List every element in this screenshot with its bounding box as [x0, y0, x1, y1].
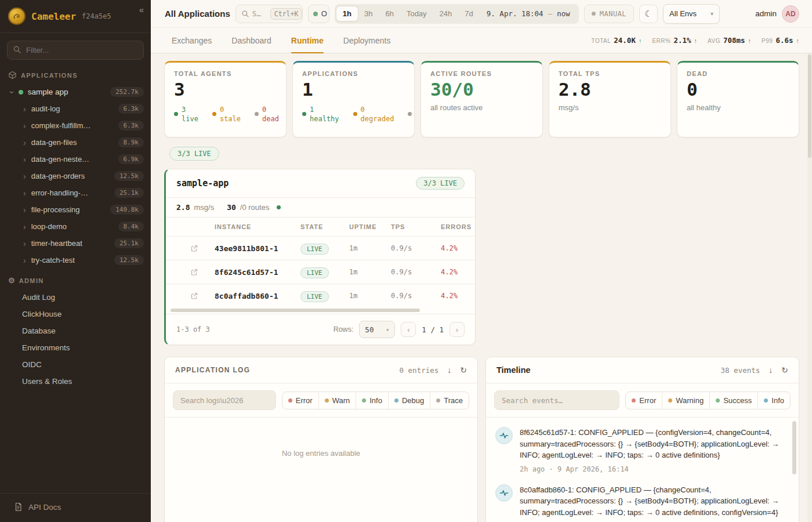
filter-info[interactable]: Info — [356, 392, 388, 409]
chevron-right-icon[interactable]: › — [23, 256, 26, 264]
range-display[interactable]: 9. Apr. 18:04 — now — [480, 9, 577, 18]
refresh-icon[interactable]: ↻ — [460, 365, 467, 375]
instance-id[interactable]: 8c0affadb860-1 — [211, 284, 297, 308]
filter-error[interactable]: Error — [282, 392, 318, 409]
chevron-right-icon[interactable]: › — [23, 155, 26, 164]
tree-item-try-catch-test[interactable]: › try-catch-test 12.5k — [0, 252, 151, 269]
tab-dashboard[interactable]: Dashboard — [231, 28, 271, 53]
external-link-icon[interactable] — [190, 292, 208, 300]
log-search-input[interactable] — [180, 396, 269, 405]
chevron-right-icon[interactable]: › — [23, 105, 26, 113]
tab-exchanges[interactable]: Exchanges — [172, 28, 212, 53]
filter-error[interactable]: Error — [626, 392, 662, 409]
manual-refresh-button[interactable]: MANUAL — [584, 5, 634, 23]
chevron-right-icon[interactable]: › — [23, 172, 26, 180]
range-separator: — — [548, 9, 553, 18]
tab-deployments[interactable]: Deployments — [343, 28, 391, 53]
filter-success[interactable]: Success — [709, 392, 757, 409]
sidebar-filter-input[interactable] — [7, 41, 144, 60]
tree-item-audit-log[interactable]: › audit-log 6.3k — [0, 100, 151, 117]
filter-warn[interactable]: Warn — [318, 392, 356, 409]
timeline-search-input[interactable] — [502, 396, 612, 405]
tree-item-error-handling[interactable]: › error-handling-… 25.1k — [0, 184, 151, 201]
instance-id[interactable]: 43ee9811b801-1 — [211, 237, 297, 260]
card-value: 30/0 — [430, 79, 533, 100]
range-3h[interactable]: 3h — [358, 6, 379, 21]
dark-mode-toggle[interactable]: ☾ — [639, 5, 658, 23]
log-search[interactable] — [173, 390, 276, 410]
main-scrollbar[interactable] — [807, 53, 812, 522]
chevron-right-icon[interactable]: › — [23, 223, 26, 231]
main-scrollbar-thumb[interactable] — [808, 55, 811, 158]
chevron-right-icon[interactable]: › — [23, 139, 26, 147]
tree-item-label: loop-demo — [31, 222, 67, 231]
sidebar-item-users-roles[interactable]: Users & Roles — [0, 373, 151, 390]
environment-select[interactable]: All Envs ▾ — [663, 4, 720, 24]
tree-item-complex-fulfillm[interactable]: › complex-fulfillm… 6.3k — [0, 117, 151, 134]
table-row[interactable]: 43ee9811b801-1 LIVE 1m 0.9/s 4.2% 1 — [166, 237, 476, 260]
timeline-search[interactable] — [494, 390, 619, 410]
range-6h[interactable]: 6h — [379, 6, 400, 21]
chevron-down-icon[interactable]: › — [8, 90, 16, 93]
next-page-button[interactable]: › — [449, 322, 465, 337]
timeline-scrollbar-thumb[interactable] — [792, 421, 796, 474]
tree-root-sample-app[interactable]: › sample app 252.7k — [0, 84, 151, 100]
sidebar-collapse-icon[interactable]: « — [139, 5, 144, 14]
tree-item-timer-heartbeat[interactable]: › timer-heartbeat 25.1k — [0, 235, 151, 252]
connection-status-pill[interactable]: O — [308, 5, 329, 23]
breakdown-num: 3 — [182, 105, 198, 114]
sidebar-item-clickhouse[interactable]: ClickHouse — [0, 306, 151, 322]
avatar[interactable]: AD — [782, 5, 799, 23]
external-link-icon[interactable] — [190, 268, 208, 276]
kpi-strip: TOTAL 24.0K ↑ ERR% 2.1% ↑ AVG 708ms ↑ P9… — [591, 28, 799, 53]
chevron-right-icon[interactable]: › — [23, 122, 26, 130]
filter-info[interactable]: Info — [757, 392, 790, 409]
filter-label: Trace — [444, 396, 463, 405]
filter-warning[interactable]: Warning — [662, 392, 709, 409]
range-1h[interactable]: 1h — [336, 6, 358, 21]
application-name[interactable]: sample-app — [176, 178, 229, 188]
filter-trace[interactable]: Trace — [430, 392, 469, 409]
tree-item-data-gen-orders[interactable]: › data-gen-orders 12.5k — [0, 168, 151, 184]
timeline-event[interactable]: 8f6245c61d57-1: CONFIG_APPLIED — {config… — [494, 420, 789, 477]
chevron-right-icon[interactable]: › — [23, 240, 26, 248]
instance-id[interactable]: 8f6245c61d57-1 — [211, 260, 297, 284]
chevron-right-icon[interactable]: › — [23, 189, 26, 197]
global-search-input[interactable] — [252, 9, 267, 18]
count-badge: 8.9k — [118, 137, 144, 147]
rows-per-page-select[interactable]: 50 ▾ — [359, 321, 395, 338]
activity-icon — [495, 484, 513, 502]
range-today[interactable]: Today — [400, 6, 433, 21]
tree-item-data-gen-nested[interactable]: › data-gen-neste… 6.9k — [0, 151, 151, 168]
table-row[interactable]: 8f6245c61d57-1 LIVE 1m 0.9/s 4.2% 1 — [166, 260, 476, 284]
download-icon[interactable]: ↓ — [768, 365, 773, 375]
chevron-right-icon[interactable]: › — [23, 206, 26, 214]
tree-item-loop-demo[interactable]: › loop-demo 8.4k — [0, 218, 151, 235]
sidebar-item-environments[interactable]: Environments — [0, 339, 151, 356]
breakdown-num: 0 — [262, 105, 279, 114]
range-24h[interactable]: 24h — [433, 6, 459, 21]
tab-runtime[interactable]: Runtime — [291, 28, 324, 53]
application-card: sample-app 3/3 LIVE 2.8 msg/s 30 /0 rout… — [164, 169, 476, 345]
download-icon[interactable]: ↓ — [447, 365, 451, 375]
api-docs-link[interactable]: API Docs — [0, 493, 151, 522]
range-start: 9. Apr. 18:04 — [487, 9, 543, 18]
filter-label: Error — [639, 396, 656, 405]
filter-debug[interactable]: Debug — [388, 392, 430, 409]
scrollbar-thumb[interactable] — [171, 309, 420, 312]
external-link-icon[interactable] — [190, 244, 208, 252]
sidebar-item-audit-log[interactable]: Audit Log — [0, 289, 151, 306]
range-7d[interactable]: 7d — [458, 6, 479, 21]
count-badge: 25.1k — [114, 238, 144, 248]
refresh-icon[interactable]: ↻ — [781, 365, 788, 375]
prev-page-button[interactable]: ‹ — [401, 322, 416, 337]
col-errors: ERRORS — [437, 217, 476, 237]
global-search[interactable]: Ctrl+K — [235, 5, 303, 23]
timeline-event[interactable]: 8c0affadb860-1: CONFIG_APPLIED — {change… — [494, 477, 789, 522]
sidebar-item-oidc[interactable]: OIDC — [0, 356, 151, 373]
tree-item-data-gen-files[interactable]: › data-gen-files 8.9k — [0, 134, 151, 151]
table-row[interactable]: 8c0affadb860-1 LIVE 1m 0.9/s 4.2% 1 — [166, 284, 476, 308]
tree-item-file-processing[interactable]: › file-processing 140.8k — [0, 201, 151, 218]
card-value: 1 — [302, 79, 405, 100]
sidebar-item-database[interactable]: Database — [0, 322, 151, 339]
